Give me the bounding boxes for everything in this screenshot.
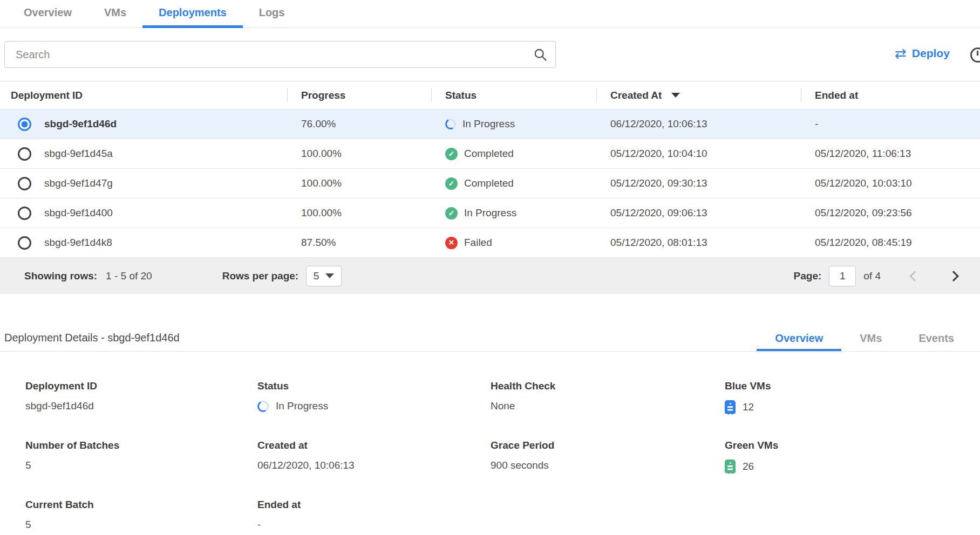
tab-label: Overview	[24, 6, 72, 19]
detail-field: Blue VMs 12	[725, 378, 778, 437]
detail-field: Number of Batches 5	[25, 437, 257, 496]
created-at-value: 05/12/2020, 09:06:13	[610, 207, 707, 219]
detail-field: Current Batch 5	[25, 496, 257, 535]
table-row[interactable]: sbgd-9ef1d47g 100.00% ✓ Completed 05/12/…	[0, 168, 980, 198]
detail-field: Grace Period 900 seconds	[491, 437, 725, 496]
detail-field-value: 26	[743, 461, 754, 472]
page-number-input[interactable]	[829, 266, 856, 286]
column-header-deployment-id[interactable]: Deployment ID	[0, 81, 287, 109]
progress-value: 87.50%	[301, 237, 336, 249]
created-at-value: 06/12/2020, 10:06:13	[610, 118, 707, 130]
tab-label: Deployments	[159, 6, 227, 19]
detail-field-label: Number of Batches	[25, 440, 257, 451]
detail-field: Ended at -	[257, 496, 491, 535]
progress-value: 100.00%	[301, 148, 342, 160]
detail-field-label: Ended at	[257, 499, 491, 511]
tab-label: Overview	[775, 332, 823, 345]
status-text: Failed	[464, 237, 492, 249]
status-text: Completed	[464, 177, 514, 189]
search-icon	[533, 47, 548, 62]
ended-at-value: 05/12/2020, 09:23:56	[815, 207, 912, 219]
column-label: Created At	[610, 90, 662, 101]
divider	[0, 351, 980, 352]
showing-rows-value: 1 - 5 of 20	[106, 270, 152, 282]
chevron-down-icon	[325, 273, 334, 278]
search-input[interactable]	[5, 49, 533, 61]
tab-deployments[interactable]: Deployments	[142, 0, 243, 28]
progress-value: 100.00%	[301, 177, 342, 189]
rows-per-page-select[interactable]: 5	[306, 266, 342, 286]
clock-icon[interactable]	[970, 47, 980, 63]
tab-logs[interactable]: Logs	[243, 0, 301, 28]
column-header-progress[interactable]: Progress	[287, 81, 431, 109]
created-at-value: 05/12/2020, 09:30:13	[610, 177, 707, 189]
detail-field-value: 5	[25, 519, 31, 531]
detail-field-value: None	[491, 400, 515, 412]
created-at-value: 05/12/2020, 10:04:10	[610, 148, 707, 160]
detail-field: Green VMs 26	[725, 437, 778, 496]
detail-field: Deployment ID sbgd-9ef1d46d	[25, 378, 257, 437]
deploy-button-label: Deploy	[912, 47, 950, 60]
table-row[interactable]: sbgd-9ef1d400 100.00% ✓ In Progress 05/1…	[0, 198, 980, 228]
details-tab-events[interactable]: Events	[900, 328, 972, 352]
deployments-page: Overview VMs Deployments Logs ⇄ Deploy D…	[0, 0, 980, 535]
detail-field-label: Health Check	[491, 380, 725, 392]
previous-page-icon[interactable]	[909, 271, 920, 282]
row-radio-button[interactable]	[18, 236, 31, 250]
row-radio-button[interactable]	[18, 207, 31, 220]
column-header-status[interactable]: Status	[431, 81, 596, 109]
tab-label: Logs	[259, 6, 285, 19]
column-header-ended-at[interactable]: Ended at	[801, 81, 980, 109]
main-tabbar: Overview VMs Deployments Logs	[0, 0, 980, 28]
detail-field: Health Check None	[491, 378, 725, 437]
status-text: In Progress	[462, 118, 515, 130]
deployment-id-text: sbgd-9ef1d46d	[44, 118, 117, 130]
deployment-id-text: sbgd-9ef1d45a	[44, 148, 113, 160]
cross-circle-icon: ×	[445, 237, 458, 249]
row-radio-button[interactable]	[18, 147, 31, 161]
detail-field-value: -	[257, 519, 261, 531]
row-radio-button[interactable]	[18, 118, 31, 131]
status-text: In Progress	[464, 207, 516, 219]
column-label: Deployment ID	[11, 90, 83, 101]
details-tab-overview[interactable]: Overview	[757, 328, 841, 352]
deployments-table: Deployment ID Progress Status Created At…	[0, 81, 980, 257]
check-circle-icon: ✓	[445, 148, 458, 160]
rows-per-page-label: Rows per page:	[222, 270, 298, 282]
tab-label: VMs	[860, 332, 882, 345]
in-progress-spinner-icon	[256, 399, 270, 413]
detail-field: Status In Progress	[257, 378, 491, 437]
tab-overview[interactable]: Overview	[8, 0, 88, 28]
detail-field-value: 5	[25, 459, 31, 471]
table-row[interactable]: sbgd-9ef1d45a 100.00% ✓ Completed 05/12/…	[0, 139, 980, 168]
details-title: Deployment Details - sbgd-9ef1d46d	[4, 332, 180, 344]
row-radio-button[interactable]	[18, 177, 31, 190]
tab-label: VMs	[104, 6, 126, 19]
table-row[interactable]: sbgd-9ef1d46d 76.00% In Progress 06/12/2…	[0, 109, 980, 139]
search-box	[4, 41, 556, 68]
check-circle-icon: ✓	[445, 207, 458, 220]
table-header-row: Deployment ID Progress Status Created At…	[0, 81, 980, 109]
next-page-icon[interactable]	[948, 271, 959, 282]
vm-server-icon	[725, 459, 736, 473]
detail-field-value: 900 seconds	[491, 459, 549, 471]
status-text: Completed	[464, 148, 514, 160]
detail-field-label: Current Batch	[25, 499, 257, 511]
table-row[interactable]: sbgd-9ef1d4k8 87.50% × Failed 05/12/2020…	[0, 228, 980, 257]
ended-at-value: 05/12/2020, 11:06:13	[815, 148, 911, 160]
table-footer: Showing rows: 1 - 5 of 20 Rows per page:…	[0, 257, 980, 294]
sort-descending-icon	[671, 93, 680, 98]
deployment-id-text: sbgd-9ef1d4k8	[44, 237, 112, 249]
column-label: Ended at	[815, 90, 858, 101]
deployments-table-body: sbgd-9ef1d46d 76.00% In Progress 06/12/2…	[0, 109, 980, 257]
progress-value: 100.00%	[301, 207, 342, 219]
details-tab-vms[interactable]: VMs	[841, 328, 900, 352]
column-header-created-at[interactable]: Created At	[596, 81, 801, 109]
check-circle-icon: ✓	[445, 177, 458, 190]
deploy-button[interactable]: ⇄ Deploy	[895, 46, 950, 60]
details-tabbar: Overview VMs Events	[757, 328, 972, 352]
column-label: Status	[445, 90, 477, 101]
detail-field-label: Created at	[257, 440, 491, 451]
in-progress-spinner-icon	[444, 118, 457, 131]
tab-vms[interactable]: VMs	[88, 0, 142, 28]
